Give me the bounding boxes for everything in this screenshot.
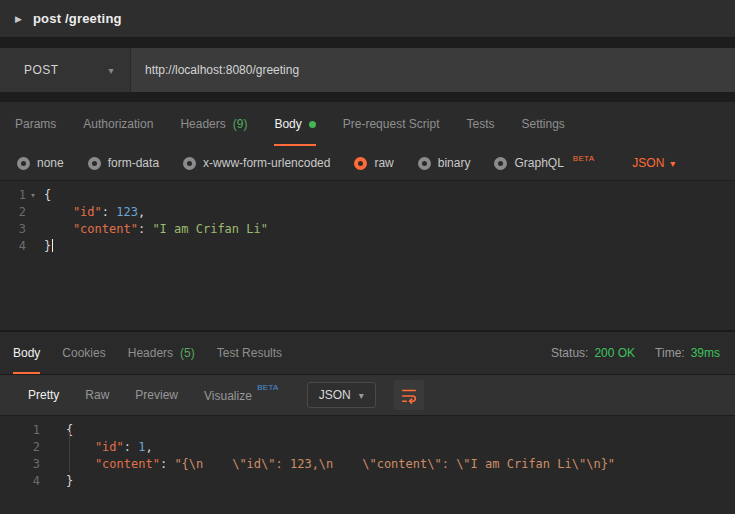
view-visualize[interactable]: Visualize BETA bbox=[204, 388, 279, 403]
line-number: 3 bbox=[0, 221, 26, 238]
tab-tests[interactable]: Tests bbox=[466, 102, 494, 146]
chevron-down-icon: ▾ bbox=[108, 65, 114, 76]
line-number: 1 bbox=[0, 422, 40, 439]
line-number: 1 bbox=[0, 187, 26, 204]
radio-icon bbox=[418, 157, 431, 170]
request-titlebar: ▶ post /greeting bbox=[0, 0, 735, 38]
wrap-text-icon bbox=[400, 386, 418, 404]
visualize-beta-badge: BETA bbox=[257, 383, 279, 392]
mode-label: none bbox=[37, 156, 64, 170]
wrap-lines-button[interactable] bbox=[394, 380, 424, 410]
mode-label: raw bbox=[374, 156, 393, 170]
request-url-bar: POST ▾ http://localhost:8080/greeting bbox=[0, 48, 735, 92]
graphql-beta-badge: BETA bbox=[573, 154, 595, 163]
body-mode-raw[interactable]: raw bbox=[354, 156, 393, 170]
body-mode-form-data[interactable]: form-data bbox=[88, 156, 159, 170]
code-line: 2 "id": 1, bbox=[0, 439, 735, 456]
response-tab-headers[interactable]: Headers (5) bbox=[128, 332, 195, 374]
code-text: { bbox=[40, 187, 51, 204]
tab-pre-request-script[interactable]: Pre-request Script bbox=[343, 102, 440, 146]
radio-icon bbox=[494, 157, 507, 170]
response-language-dropdown[interactable]: JSON ▾ bbox=[307, 382, 376, 408]
body-mode-x-www-form-urlencoded[interactable]: x-www-form-urlencoded bbox=[183, 156, 330, 170]
status-value: 200 OK bbox=[594, 346, 635, 360]
request-config-section: Params Authorization Headers (9) Body Pr… bbox=[0, 102, 735, 180]
code-line: 1▾{ bbox=[0, 187, 735, 204]
body-mode-binary[interactable]: binary bbox=[418, 156, 471, 170]
response-tab-cookies[interactable]: Cookies bbox=[62, 332, 105, 374]
response-view-switcher: Pretty Raw Preview Visualize BETA bbox=[16, 388, 279, 403]
fold-spacer bbox=[40, 439, 54, 456]
chevron-down-icon: ▾ bbox=[670, 158, 675, 169]
response-tab-body[interactable]: Body bbox=[13, 332, 40, 374]
response-tab-test-results[interactable]: Test Results bbox=[217, 332, 282, 374]
radio-icon bbox=[183, 157, 196, 170]
code-text: "content": "I am Crifan Li" bbox=[40, 221, 268, 238]
code-text: { bbox=[54, 422, 73, 439]
indent-guide bbox=[69, 432, 70, 472]
fold-spacer bbox=[40, 473, 54, 490]
raw-language-label: JSON bbox=[632, 156, 664, 170]
body-present-dot-icon bbox=[309, 121, 316, 128]
fold-spacer bbox=[26, 204, 40, 221]
tab-authorization[interactable]: Authorization bbox=[83, 102, 153, 146]
response-toolbar: Pretty Raw Preview Visualize BETA JSON ▾ bbox=[0, 374, 735, 416]
request-title: post /greeting bbox=[33, 11, 122, 26]
chevron-down-icon: ▾ bbox=[359, 390, 364, 401]
method-dropdown[interactable]: POST ▾ bbox=[0, 48, 130, 92]
code-text: "content": "{\n \"id\": 123,\n \"content… bbox=[54, 456, 615, 473]
url-input[interactable]: http://localhost:8080/greeting bbox=[130, 48, 735, 92]
tab-body[interactable]: Body bbox=[274, 102, 315, 146]
body-type-row: none form-data x-www-form-urlencoded raw… bbox=[0, 146, 735, 180]
line-number: 2 bbox=[0, 204, 26, 221]
tab-headers[interactable]: Headers (9) bbox=[180, 102, 247, 146]
tab-params[interactable]: Params bbox=[15, 102, 56, 146]
response-tabs: Body Cookies Headers (5) Test Results St… bbox=[0, 330, 735, 374]
raw-language-dropdown[interactable]: JSON ▾ bbox=[632, 156, 675, 170]
radio-icon bbox=[17, 157, 30, 170]
section-divider bbox=[0, 38, 735, 48]
code-line: 2 "id": 123, bbox=[0, 204, 735, 221]
tab-label: Cookies bbox=[62, 346, 105, 360]
tab-label: Settings bbox=[522, 117, 565, 131]
postman-app: ▶ post /greeting POST ▾ http://localhost… bbox=[0, 0, 735, 514]
view-label: Pretty bbox=[28, 388, 59, 402]
body-mode-graphql[interactable]: GraphQL BETA bbox=[494, 156, 594, 170]
radio-icon bbox=[88, 157, 101, 170]
fold-spacer bbox=[40, 422, 54, 439]
mode-label: form-data bbox=[108, 156, 159, 170]
response-body-viewer[interactable]: 1{2 "id": 1,3 "content": "{\n \"id\": 12… bbox=[0, 416, 735, 514]
fold-spacer bbox=[26, 238, 40, 255]
tab-settings[interactable]: Settings bbox=[522, 102, 565, 146]
code-line: 3 "content": "{\n \"id\": 123,\n \"conte… bbox=[0, 456, 735, 473]
tab-label: Headers bbox=[180, 117, 225, 131]
line-number: 4 bbox=[0, 473, 40, 490]
view-preview[interactable]: Preview bbox=[135, 388, 178, 403]
method-label: POST bbox=[24, 63, 59, 77]
view-pretty[interactable]: Pretty bbox=[28, 388, 59, 403]
response-headers-count-badge: (5) bbox=[180, 346, 195, 360]
view-raw[interactable]: Raw bbox=[85, 388, 109, 403]
expand-triangle-icon[interactable]: ▶ bbox=[15, 14, 22, 24]
tab-label: Headers bbox=[128, 346, 173, 360]
tab-label: Test Results bbox=[217, 346, 282, 360]
fold-chevron-icon[interactable]: ▾ bbox=[26, 187, 40, 204]
code-text: } bbox=[54, 473, 73, 490]
tab-label: Authorization bbox=[83, 117, 153, 131]
tab-label: Pre-request Script bbox=[343, 117, 440, 131]
section-divider bbox=[0, 92, 735, 102]
response-language-label: JSON bbox=[319, 388, 351, 402]
line-number: 4 bbox=[0, 238, 26, 255]
mode-label: binary bbox=[438, 156, 471, 170]
headers-count-badge: (9) bbox=[233, 117, 248, 131]
code-line: 3 "content": "I am Crifan Li" bbox=[0, 221, 735, 238]
request-body-editor[interactable]: 1▾{2 "id": 123,3 "content": "I am Crifan… bbox=[0, 180, 735, 330]
view-label: Visualize bbox=[204, 389, 252, 403]
body-mode-none[interactable]: none bbox=[17, 156, 64, 170]
fold-spacer bbox=[26, 221, 40, 238]
tab-label: Params bbox=[15, 117, 56, 131]
code-line: 4} bbox=[0, 238, 735, 255]
view-label: Preview bbox=[135, 388, 178, 402]
line-number: 2 bbox=[0, 439, 40, 456]
text-cursor bbox=[52, 239, 53, 252]
